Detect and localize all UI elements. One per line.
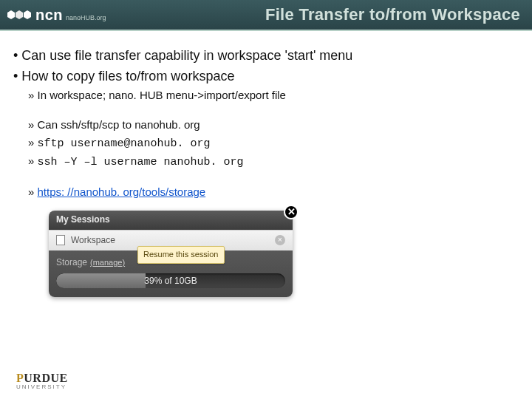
storage-bar-text: 39% of 10GB bbox=[56, 273, 285, 288]
brand-logo: ncn nanoHUB.org bbox=[7, 7, 106, 24]
widget-title: My Sessions bbox=[49, 211, 293, 230]
slide-body: • Can use file transfer capability in wo… bbox=[0, 31, 532, 297]
resume-tooltip: Resume this session bbox=[137, 246, 225, 264]
document-icon bbox=[56, 235, 65, 245]
purdue-p: P bbox=[16, 372, 24, 384]
subbullet-sftp: » sftp username@nanohub. org bbox=[13, 134, 513, 152]
subbullet-ssh: » ssh –Y –l username nanohub. org bbox=[13, 153, 513, 171]
bullet-1: • Can use file transfer capability in wo… bbox=[13, 46, 513, 65]
hex-icon bbox=[7, 10, 31, 19]
sub-prefix: » bbox=[28, 136, 38, 149]
session-name: Workspace bbox=[71, 234, 115, 247]
sub-prefix: » bbox=[28, 154, 38, 167]
storage-label: Storage bbox=[56, 256, 87, 269]
purdue-logo: PURDUE UNIVERSITY bbox=[16, 372, 68, 390]
purdue-university: UNIVERSITY bbox=[16, 383, 68, 390]
sub-prefix: » bbox=[28, 185, 38, 198]
sftp-command: sftp username@nanohub. org bbox=[38, 137, 211, 150]
session-close-icon[interactable]: × bbox=[275, 235, 285, 245]
slide-header: ncn nanoHUB.org File Transfer to/from Wo… bbox=[0, 0, 532, 31]
close-icon[interactable]: ✕ bbox=[284, 205, 299, 219]
manage-link[interactable]: (manage) bbox=[90, 257, 125, 269]
subbullet-ssh-intro: » Can ssh/sftp/scp to nanohub. org bbox=[13, 117, 513, 133]
storage-section: Resume this session Storage (manage) 39%… bbox=[49, 250, 293, 297]
sessions-widget: ✕ My Sessions Workspace × Resume this se… bbox=[49, 211, 293, 297]
bullet-2: • How to copy files to/from workspace bbox=[13, 66, 513, 86]
brand-sub: nanoHUB.org bbox=[66, 14, 106, 21]
purdue-rest: URDUE bbox=[24, 372, 67, 384]
ssh-command: ssh –Y –l username nanohub. org bbox=[38, 156, 244, 168]
brand-main: ncn bbox=[35, 7, 63, 24]
subbullet-import-export: » In workspace; nano. HUB menu->import/e… bbox=[13, 87, 513, 103]
slide-title: File Transfer to/from Workspace bbox=[265, 5, 525, 24]
storage-link[interactable]: https: //nanohub. org/tools/storage bbox=[38, 185, 206, 198]
subbullet-link: » https: //nanohub. org/tools/storage bbox=[13, 184, 513, 200]
storage-bar: 39% of 10GB bbox=[56, 273, 285, 288]
